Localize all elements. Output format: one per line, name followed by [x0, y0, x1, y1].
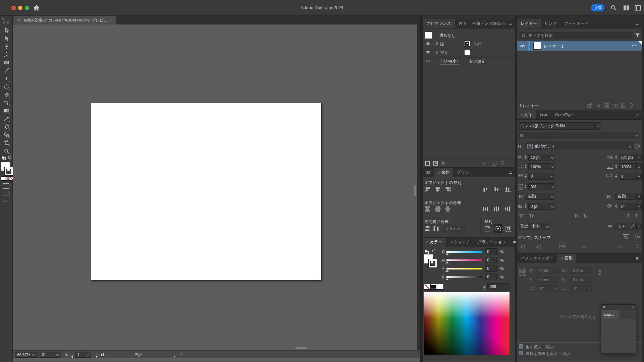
curvature-tool-icon[interactable] — [2, 51, 11, 58]
pen-tool-icon[interactable] — [2, 43, 11, 50]
scale-strokes-checkbox[interactable]: ✓ — [519, 351, 523, 355]
shape-builder-tool-icon[interactable] — [2, 131, 11, 139]
fill-color-swatch[interactable] — [464, 49, 470, 55]
tab-gradient[interactable]: グラデーション — [474, 238, 510, 247]
yellow-slider[interactable] — [446, 268, 482, 269]
tab-appearance[interactable]: アピアランス — [423, 19, 455, 28]
vertical-scale-field[interactable]: 100% — [528, 163, 555, 170]
align-bottom-icon[interactable] — [504, 186, 511, 192]
tab-layers[interactable]: レイヤー — [517, 19, 541, 28]
screen-mode-button[interactable] — [3, 191, 9, 195]
layer-name[interactable]: レイヤー 1 — [544, 44, 564, 49]
none-swatch[interactable] — [424, 284, 430, 289]
rotate-angle-field[interactable]: 0° — [538, 285, 559, 292]
align-v-center-icon[interactable] — [493, 186, 500, 192]
align-to-key-object-icon[interactable] — [505, 226, 512, 232]
hex-value-field[interactable]: ffffff — [487, 283, 509, 290]
new-sublayer-icon[interactable] — [612, 103, 618, 108]
stroke-label[interactable]: 線 : — [440, 41, 446, 47]
eye-icon[interactable] — [520, 44, 525, 48]
snap-x-height-icon[interactable]: Ax — [581, 244, 586, 248]
font-size-field[interactable]: 12 pt — [528, 154, 555, 161]
slider-thumb[interactable] — [445, 269, 449, 272]
slider-thumb[interactable] — [445, 253, 449, 255]
floating-panel-header[interactable]: × « — [601, 305, 636, 310]
tab-character[interactable]: 文字 — [517, 110, 536, 119]
info-icon[interactable]: i — [635, 144, 640, 148]
rectangle-tool-icon[interactable] — [2, 59, 11, 66]
shaper-tool-icon[interactable] — [2, 99, 11, 107]
new-fill-icon[interactable] — [433, 161, 438, 166]
leading-stepper[interactable] — [614, 155, 618, 159]
distribute-top-icon[interactable] — [424, 206, 431, 212]
eye-icon[interactable] — [425, 59, 431, 63]
all-caps-icon[interactable]: TT — [519, 214, 524, 219]
tracking-stepper[interactable] — [614, 174, 618, 178]
distribute-h-center-icon[interactable] — [493, 206, 500, 212]
leading-field[interactable]: (21 pt) — [619, 154, 642, 161]
yellow-value-field[interactable]: 0 — [485, 265, 497, 272]
shear-angle-field[interactable]: 0° — [571, 285, 593, 292]
anti-alias-field[interactable]: シャープ — [615, 223, 642, 230]
subscript-icon[interactable]: T₁ — [583, 214, 587, 219]
close-icon[interactable]: × — [603, 306, 605, 309]
y-field[interactable]: 0 mm — [537, 277, 558, 283]
panel-menu-icon[interactable]: ≡ — [506, 19, 515, 28]
superscript-icon[interactable]: T¹ — [574, 214, 578, 219]
make-mask-icon[interactable] — [604, 103, 609, 108]
locate-object-icon[interactable] — [596, 103, 601, 108]
snap-angular-guide-icon[interactable]: A∖ — [618, 244, 623, 249]
panel-menu-icon[interactable]: ≡ — [633, 254, 642, 263]
share-button[interactable]: 共有 — [591, 4, 604, 11]
white-swatch[interactable] — [437, 284, 443, 289]
floating-panel[interactable]: × « Logi... — [601, 304, 636, 353]
collapse-icon[interactable]: « — [632, 306, 634, 309]
gradient-tool-icon[interactable] — [2, 107, 11, 115]
tab-stroke[interactable]: 線 — [423, 168, 434, 177]
layer-target-icon[interactable] — [632, 44, 636, 47]
slider-thumb[interactable] — [445, 278, 449, 280]
new-effect-icon[interactable]: fx. — [441, 161, 446, 166]
distribute-left-icon[interactable] — [482, 206, 489, 212]
status-collapse-icon[interactable] — [181, 352, 183, 355]
cyan-value-field[interactable]: 0 — [485, 248, 497, 255]
tab-transparency[interactable]: 透明 — [455, 19, 470, 28]
swap-fill-stroke-icon[interactable] — [7, 155, 12, 160]
artboard[interactable] — [91, 103, 321, 280]
opacity-label[interactable]: 不透明度 : — [440, 59, 459, 65]
tab-brushes[interactable]: ブラシ — [453, 168, 473, 177]
style-set-field[interactable]: M 仮想ボディ — [525, 142, 633, 150]
eyedropper-tool-icon[interactable] — [2, 115, 11, 123]
info-icon[interactable]: i — [635, 235, 640, 239]
blend-tool-icon[interactable] — [2, 123, 11, 131]
rotation-select[interactable]: 0° — [40, 352, 61, 358]
vertical-scrollbar-thumb[interactable] — [414, 185, 416, 196]
artboard-tool-icon[interactable] — [2, 139, 11, 147]
magenta-slider[interactable] — [446, 259, 482, 261]
w-field[interactable]: 0 mm — [571, 267, 592, 274]
constrain-proportions-icon[interactable] — [597, 269, 603, 276]
horizontal-scale-field[interactable]: 100% — [619, 163, 642, 170]
arrange-documents-icon[interactable] — [623, 5, 630, 11]
tsume-field[interactable]: 0% — [528, 183, 555, 190]
new-stroke-icon[interactable] — [425, 161, 430, 166]
font-style-field[interactable]: R — [518, 132, 639, 139]
kerning-stepper[interactable] — [524, 174, 528, 178]
panel-menu-icon[interactable]: ≡ — [506, 168, 515, 177]
expand-fill-icon[interactable] — [435, 51, 438, 54]
distribute-bottom-icon[interactable] — [444, 206, 451, 212]
panel-menu-icon[interactable]: ≡ — [633, 110, 642, 119]
tab-transform[interactable]: 変形 — [557, 254, 576, 263]
align-to-selection-icon[interactable] — [494, 224, 502, 233]
slider-thumb[interactable] — [445, 261, 449, 263]
black-swatch[interactable] — [431, 284, 437, 289]
canvas[interactable] — [13, 24, 417, 350]
collect-for-export-icon[interactable] — [587, 103, 592, 108]
font-size-stepper[interactable] — [524, 155, 528, 159]
search-icon[interactable] — [610, 5, 616, 11]
tracking-field[interactable]: 0 — [619, 173, 642, 180]
snap-glyph-bounds-icon[interactable]: Ag — [558, 242, 567, 250]
first-artboard-icon[interactable] — [65, 353, 67, 356]
filter-icon[interactable] — [635, 33, 640, 38]
character-rotation-stepper[interactable] — [614, 204, 618, 208]
